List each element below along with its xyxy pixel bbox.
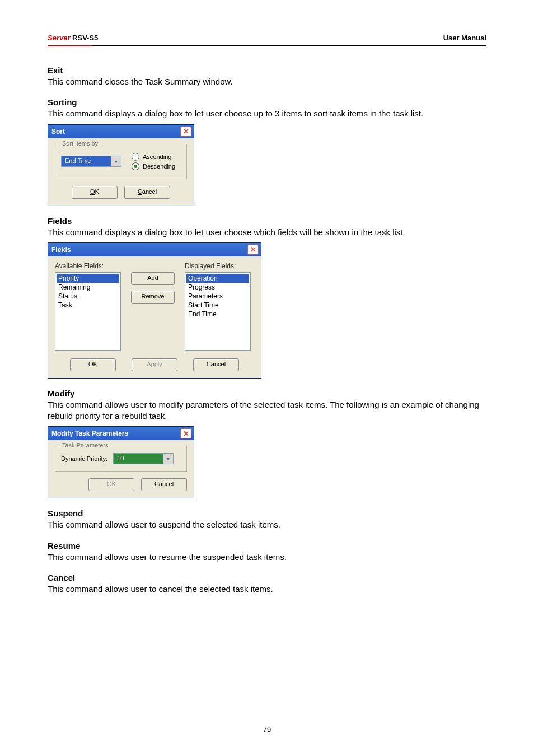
radio-ascending[interactable]: Ascending <box>132 153 175 161</box>
section-text-sorting: This command displays a dialog box to le… <box>48 108 486 119</box>
close-icon[interactable]: ✕ <box>180 127 191 137</box>
radio-ascending-label: Ascending <box>143 153 171 160</box>
section-title-suspend: Suspend <box>48 508 486 518</box>
list-item[interactable]: Start Time <box>186 301 249 310</box>
modify-dialog-title: Modify Task Parameters <box>51 430 128 437</box>
section-text-fields: This command displays a dialog box to le… <box>48 227 486 238</box>
sort-dialog: Sort ✕ Sort items by End Time ▾ Ascendin… <box>48 124 194 206</box>
section-text-suspend: This command allows user to suspend the … <box>48 519 486 530</box>
page-header: Server RSV-S5 User Manual <box>48 34 486 45</box>
chevron-down-icon[interactable]: ▾ <box>111 156 121 167</box>
close-icon[interactable]: ✕ <box>247 245 259 255</box>
list-item[interactable]: End Time <box>186 310 249 319</box>
dynamic-priority-value: 10 <box>113 453 163 464</box>
list-item[interactable]: Priority <box>57 274 119 283</box>
add-button[interactable]: Add <box>131 272 175 285</box>
header-model: RSV-S5 <box>72 34 98 42</box>
header-server-label: Server <box>48 34 70 42</box>
cancel-button[interactable]: CancelCancel <box>141 478 187 491</box>
list-item[interactable]: Status <box>57 292 119 301</box>
section-title-sorting: Sorting <box>48 97 486 107</box>
list-item[interactable]: Operation <box>186 274 249 283</box>
displayed-fields-listbox[interactable]: Operation Progress Parameters Start Time… <box>185 272 251 351</box>
fields-dialog: Fields ✕ Available Fields: Priority Rema… <box>48 242 261 379</box>
section-title-modify: Modify <box>48 389 486 398</box>
fields-dialog-titlebar: Fields ✕ <box>48 243 261 256</box>
apply-button: ApplyApply <box>132 358 177 371</box>
available-fields-label: Available Fields: <box>55 262 121 270</box>
sort-legend: Sort items by <box>60 140 100 147</box>
modify-dialog-titlebar: Modify Task Parameters ✕ <box>48 427 194 440</box>
modify-dialog: Modify Task Parameters ✕ Task Parameters… <box>48 426 194 498</box>
section-title-cancel: Cancel <box>48 573 486 582</box>
ok-button: OKOK <box>88 478 134 491</box>
radio-descending-label: Descending <box>143 163 175 170</box>
sort-field-dropdown[interactable]: End Time ▾ <box>61 156 121 167</box>
ok-button[interactable]: OKOK <box>70 358 116 371</box>
list-item[interactable]: Task <box>57 301 119 310</box>
section-title-resume: Resume <box>48 541 486 550</box>
header-rule <box>48 45 486 46</box>
displayed-fields-label: Displayed Fields: <box>185 262 251 270</box>
section-title-fields: Fields <box>48 216 486 226</box>
dynamic-priority-label: Dynamic Priority: <box>61 455 107 462</box>
section-text-exit: This command closes the Task Summary win… <box>48 76 486 87</box>
sort-dialog-titlebar: Sort ✕ <box>48 125 194 138</box>
list-item[interactable]: Progress <box>186 283 249 292</box>
section-text-modify: This command allows user to modify param… <box>48 399 486 422</box>
section-text-resume: This command allows user to resume the s… <box>48 552 486 563</box>
radio-icon <box>132 153 139 161</box>
page-number: 79 <box>0 725 534 734</box>
dynamic-priority-dropdown[interactable]: 10 ▾ <box>113 453 174 464</box>
ok-button[interactable]: OOKK <box>72 186 118 199</box>
fields-dialog-title: Fields <box>51 246 71 254</box>
available-fields-listbox[interactable]: Priority Remaining Status Task <box>55 272 121 351</box>
sort-dialog-title: Sort <box>51 128 65 136</box>
section-title-exit: Exit <box>48 66 486 75</box>
radio-descending[interactable]: Descending <box>132 162 175 170</box>
list-item[interactable]: Remaining <box>57 283 119 292</box>
chevron-down-icon[interactable]: ▾ <box>163 453 174 464</box>
section-text-cancel: This command allows user to cancel the s… <box>48 584 486 595</box>
cancel-button[interactable]: CancelCancel <box>124 186 170 199</box>
radio-icon <box>132 162 139 170</box>
header-right: User Manual <box>443 34 486 42</box>
list-item[interactable]: Parameters <box>186 292 249 301</box>
cancel-button[interactable]: CancelCancel <box>193 358 239 371</box>
remove-button[interactable]: Remove <box>131 291 175 304</box>
close-icon[interactable]: ✕ <box>180 428 191 438</box>
modify-legend: Task Parameters <box>60 442 111 449</box>
sort-field-value: End Time <box>61 156 111 167</box>
